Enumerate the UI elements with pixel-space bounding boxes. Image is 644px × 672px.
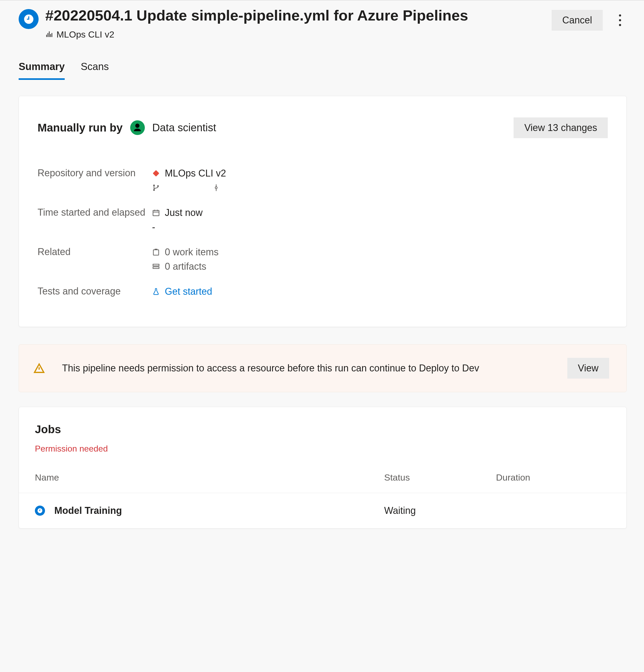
pipeline-icon — [45, 31, 53, 38]
run-by-label: Manually run by — [37, 121, 123, 134]
svg-rect-6 — [153, 250, 159, 255]
repo-link[interactable]: MLOps CLI v2 — [152, 167, 608, 179]
summary-card: Manually run by Data scientist View 13 c… — [19, 96, 627, 327]
job-name: Model Training — [54, 505, 122, 516]
run-status-icon — [19, 9, 39, 29]
repo-label: Repository and version — [37, 167, 152, 194]
warning-icon — [34, 363, 45, 374]
time-started: Just now — [165, 207, 203, 218]
col-name: Name — [35, 472, 384, 483]
time-label: Time started and elapsed — [37, 207, 152, 233]
tab-bar: Summary Scans — [19, 61, 627, 80]
clock-icon — [23, 14, 34, 25]
branch-icon[interactable] — [152, 184, 160, 192]
banner-message: This pipeline needs permission to access… — [62, 361, 567, 375]
clock-icon — [37, 508, 43, 514]
person-icon — [132, 123, 142, 133]
job-status: Waiting — [384, 505, 496, 516]
page-title: #20220504.1 Update simple-pipeline.yml f… — [45, 6, 545, 25]
svg-rect-0 — [153, 170, 159, 177]
tab-scans[interactable]: Scans — [81, 61, 109, 80]
time-elapsed: - — [152, 221, 155, 233]
svg-rect-5 — [153, 210, 159, 216]
tests-get-started-link[interactable]: Get started — [165, 286, 212, 297]
flask-icon — [152, 288, 160, 296]
work-items-link[interactable]: 0 work items — [152, 246, 608, 258]
work-item-icon — [152, 248, 160, 256]
svg-point-3 — [157, 185, 159, 187]
svg-point-2 — [153, 189, 155, 191]
run-by-name: Data scientist — [152, 122, 216, 134]
svg-point-4 — [215, 187, 217, 189]
banner-view-button[interactable]: View — [567, 358, 609, 379]
cancel-button[interactable]: Cancel — [552, 10, 603, 31]
jobs-card: Jobs Permission needed Name Status Durat… — [19, 407, 627, 528]
git-repo-icon — [151, 168, 162, 179]
jobs-permission-needed: Permission needed — [35, 444, 608, 454]
commit-icon[interactable] — [212, 184, 220, 192]
svg-rect-8 — [153, 267, 159, 268]
related-label: Related — [37, 246, 152, 272]
artifacts-link[interactable]: 0 artifacts — [152, 261, 608, 272]
view-changes-button[interactable]: View 13 changes — [514, 117, 608, 138]
col-duration: Duration — [496, 472, 608, 483]
job-row[interactable]: Model Training Waiting — [19, 493, 627, 528]
jobs-title: Jobs — [35, 423, 608, 436]
more-actions-button[interactable] — [613, 12, 627, 28]
tests-label: Tests and coverage — [37, 286, 152, 297]
svg-point-1 — [153, 184, 155, 186]
col-status: Status — [384, 472, 496, 483]
pipeline-breadcrumb[interactable]: MLOps CLI v2 — [45, 29, 545, 40]
svg-rect-7 — [153, 264, 159, 266]
pipeline-name: MLOps CLI v2 — [57, 29, 114, 40]
calendar-icon — [152, 209, 160, 217]
avatar — [130, 120, 145, 135]
artifact-icon — [152, 263, 160, 271]
tab-summary[interactable]: Summary — [19, 61, 65, 80]
permission-banner: This pipeline needs permission to access… — [19, 344, 627, 392]
job-status-icon — [35, 506, 45, 516]
